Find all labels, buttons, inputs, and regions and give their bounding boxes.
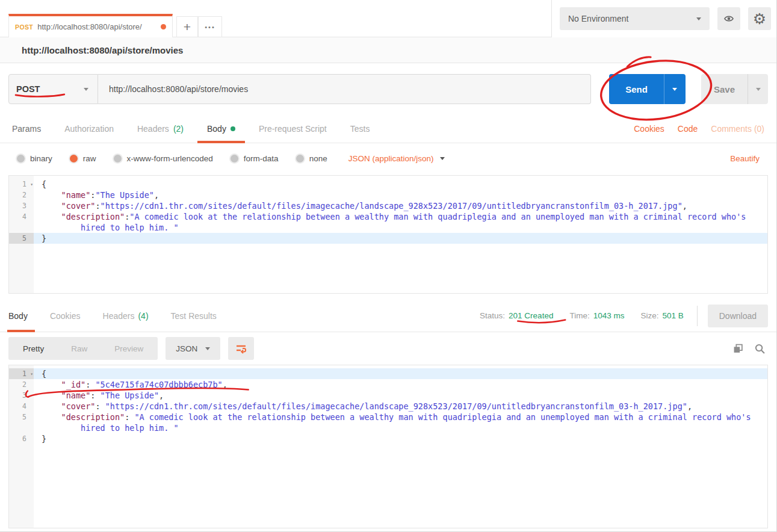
code-line[interactable]: 6} bbox=[9, 433, 767, 444]
request-tab[interactable]: POST http://localhost:8080/api/store/ bbox=[8, 14, 173, 37]
tab-params[interactable]: Params bbox=[12, 115, 41, 143]
body-mode-raw[interactable]: raw bbox=[70, 154, 96, 163]
code-line[interactable]: 2 "name":"The Upside", bbox=[9, 190, 767, 200]
code-line[interactable]: 5} bbox=[9, 233, 767, 244]
tab-body[interactable]: Body bbox=[207, 115, 235, 143]
environment-select[interactable]: No Environment bbox=[560, 7, 710, 30]
save-options-button[interactable] bbox=[748, 74, 768, 104]
beautify-link[interactable]: Beautify bbox=[730, 154, 760, 163]
line-number: 1▾ bbox=[9, 179, 34, 190]
code-line[interactable]: 3 "cover":"https://cdn1.thr.com/sites/de… bbox=[9, 200, 767, 211]
send-options-button[interactable] bbox=[664, 74, 686, 104]
response-tab-body[interactable]: Body bbox=[8, 300, 28, 332]
code-text: "cover":"https://cdn1.thr.com/sites/defa… bbox=[34, 200, 767, 211]
request-body-editor[interactable]: 1▾{2 "name":"The Upside",3 "cover":"http… bbox=[8, 175, 768, 294]
copy-icon[interactable] bbox=[733, 344, 743, 354]
wrap-text-button[interactable] bbox=[228, 337, 254, 360]
content-type-select[interactable]: JSON (application/json) bbox=[348, 154, 445, 163]
line-number: 1▾ bbox=[9, 368, 34, 379]
eye-icon bbox=[723, 14, 734, 23]
line-number: 4 bbox=[9, 401, 34, 412]
response-body-editor[interactable]: 1▾{2 "_id": "5c4e715fa74c07dbbb6ecb7b",3… bbox=[8, 365, 768, 528]
view-mode-pretty[interactable]: Pretty bbox=[23, 344, 44, 353]
url-input[interactable] bbox=[98, 74, 591, 104]
tab-tests[interactable]: Tests bbox=[350, 115, 370, 143]
code-text: { bbox=[34, 179, 767, 190]
body-mode-none[interactable]: none bbox=[296, 154, 327, 163]
code-line[interactable]: 2 "_id": "5c4e715fa74c07dbbb6ecb7b", bbox=[9, 379, 767, 390]
send-button[interactable]: Send bbox=[609, 74, 664, 104]
code-token: } bbox=[42, 234, 46, 243]
code-line[interactable]: 4 "cover": "https://cdn1.thr.com/sites/d… bbox=[9, 401, 767, 412]
code-token bbox=[42, 391, 61, 400]
tab-options-button[interactable]: ••• bbox=[198, 16, 222, 37]
unsaved-changes-dot bbox=[161, 24, 166, 29]
response-format-select[interactable]: JSON bbox=[166, 337, 220, 360]
body-mode-x-www-form-urlencoded[interactable]: x-www-form-urlencoded bbox=[114, 154, 213, 163]
code-text: hired to help him. " bbox=[34, 422, 767, 433]
download-button[interactable]: Download bbox=[708, 305, 768, 327]
environment-quicklook-button[interactable] bbox=[717, 7, 740, 30]
code-line[interactable]: 1▾{ bbox=[9, 179, 767, 190]
code-text: hired to help him. " bbox=[34, 222, 767, 233]
code-token: "https://cdn1.thr.com/sites/default/file… bbox=[105, 401, 687, 411]
tab-pre-request-script[interactable]: Pre-request Script bbox=[259, 115, 327, 143]
line-number: 4 bbox=[9, 211, 34, 222]
body-mode-label: none bbox=[309, 154, 327, 163]
code-line[interactable]: hired to help him. " bbox=[9, 222, 767, 233]
response-tab-test-results[interactable]: Test Results bbox=[171, 300, 217, 332]
view-mode-raw[interactable]: Raw bbox=[71, 344, 87, 353]
tab-label: Cookies bbox=[50, 311, 81, 321]
body-mode-binary[interactable]: binary bbox=[17, 154, 52, 163]
code-line[interactable]: 1▾{ bbox=[9, 368, 767, 379]
method-select[interactable]: POST bbox=[8, 74, 98, 104]
status-value: 201 Created bbox=[509, 311, 553, 320]
code-token bbox=[42, 212, 61, 221]
tab-count-badge: (4) bbox=[138, 311, 148, 321]
divider bbox=[697, 306, 698, 326]
code-text: "cover": "https://cdn1.thr.com/sites/def… bbox=[34, 401, 767, 412]
status-label: Status: bbox=[480, 311, 505, 320]
tab-headers[interactable]: Headers(2) bbox=[137, 115, 184, 143]
chevron-down-icon bbox=[205, 347, 210, 350]
fold-arrow-icon[interactable]: ▾ bbox=[30, 369, 33, 380]
search-icon[interactable] bbox=[755, 344, 765, 354]
code-text: { bbox=[34, 368, 767, 379]
size-stat: Size: 501 B bbox=[640, 311, 683, 320]
response-tab-headers[interactable]: Headers(4) bbox=[103, 300, 149, 332]
fold-arrow-icon[interactable]: ▾ bbox=[30, 179, 33, 190]
link-cookies[interactable]: Cookies bbox=[634, 124, 664, 134]
code-token bbox=[42, 401, 61, 411]
line-number bbox=[9, 422, 34, 433]
code-line[interactable]: 4 "description":"A comedic look at the r… bbox=[9, 211, 767, 222]
code-line[interactable]: 3 "name": "The Upside", bbox=[9, 390, 767, 401]
link-comments-0[interactable]: Comments (0) bbox=[711, 124, 764, 134]
code-token: { bbox=[42, 369, 46, 379]
tab-label: Authorization bbox=[64, 124, 114, 134]
save-button[interactable]: Save bbox=[701, 74, 748, 104]
method-select-label: POST bbox=[16, 84, 40, 94]
code-line[interactable]: hired to help him. " bbox=[9, 422, 767, 433]
code-token: "description" bbox=[61, 212, 125, 221]
radio-icon bbox=[296, 155, 304, 162]
body-mode-form-data[interactable]: form-data bbox=[231, 154, 279, 163]
url-builder-row: POST Send Save bbox=[0, 63, 776, 115]
view-mode-preview[interactable]: Preview bbox=[114, 344, 143, 353]
line-number bbox=[9, 222, 34, 233]
settings-button[interactable]: ⚙ bbox=[748, 7, 771, 30]
response-tab-cookies[interactable]: Cookies bbox=[50, 300, 81, 332]
request-tabs: ParamsAuthorizationHeaders(2)BodyPre-req… bbox=[0, 115, 776, 143]
save-button-group: Save bbox=[701, 74, 768, 104]
code-token: hired to help him. " bbox=[81, 423, 179, 433]
radio-icon bbox=[114, 155, 122, 162]
body-mode-row: binaryrawx-www-form-urlencodedform-datan… bbox=[0, 143, 776, 173]
code-line[interactable]: 5 "description": "A comedic look at the … bbox=[9, 412, 767, 422]
body-set-indicator-dot bbox=[231, 126, 235, 131]
tab-authorization[interactable]: Authorization bbox=[64, 115, 114, 143]
code-token: { bbox=[42, 179, 46, 189]
code-token: "The Upside" bbox=[95, 190, 154, 200]
code-token: "_id" bbox=[61, 380, 86, 389]
new-tab-button[interactable]: + bbox=[176, 16, 198, 37]
line-number: 3 bbox=[9, 200, 34, 211]
link-code[interactable]: Code bbox=[678, 124, 698, 134]
